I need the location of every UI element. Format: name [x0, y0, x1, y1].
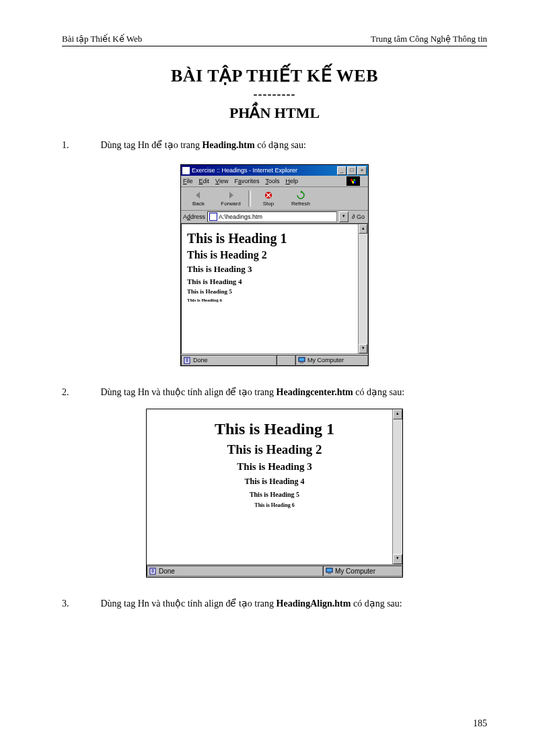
vertical-scrollbar[interactable]: ▴ ▾	[358, 224, 367, 353]
scroll-down-icon[interactable]: ▾	[393, 554, 402, 564]
heading-5: This is Heading 5	[187, 288, 362, 295]
heading-6: This is Heading 6	[152, 502, 397, 508]
maximize-button[interactable]: □	[347, 166, 357, 175]
ie-content-area: This is Heading 1 This is Heading 2 This…	[181, 224, 368, 354]
scroll-up-icon[interactable]: ▴	[393, 409, 402, 419]
page-number: 185	[473, 718, 487, 729]
scroll-up-icon[interactable]: ▴	[359, 224, 367, 234]
menu-favorites[interactable]: Favorites	[234, 178, 259, 184]
go-button[interactable]: ∂ Go	[351, 213, 366, 220]
toolbar-separator	[248, 191, 251, 207]
heading-4: This is Heading 4	[152, 477, 397, 487]
menu-edit[interactable]: Edit	[199, 178, 210, 184]
address-field[interactable]: A:\headings.htm	[207, 211, 337, 222]
heading-4: This is Heading 4	[187, 277, 362, 285]
exercise-text-prefix: Dùng tag Hn để tạo trang	[101, 140, 203, 150]
exercise-filename: Heading.htm	[202, 140, 254, 150]
address-dropdown-icon[interactable]: ▾	[339, 211, 349, 222]
svg-rect-6	[326, 568, 332, 572]
exercise-number: 2.	[82, 385, 98, 399]
heading-1: This is Heading 1	[187, 231, 362, 246]
exercise-text-suffix: có dạng sau:	[255, 140, 306, 150]
menu-file[interactable]: File	[183, 178, 193, 184]
exercise-3: 3. Dùng tag Hn và thuộc tính align để tạ…	[62, 596, 487, 611]
ie-menubar: File Edit View Favorites Tools Help	[181, 176, 368, 187]
header-right: Trung tâm Công Nghệ Thông tin	[371, 34, 487, 44]
status-zone-text: My Computer	[307, 357, 344, 364]
exercise-text-suffix: có dạng sau:	[353, 387, 404, 397]
ie-statusbar: Done My Computer	[181, 354, 368, 366]
ie-window-title: Exercise :: Headings - Internet Explorer	[192, 167, 337, 174]
ie-toolbar: Back Forward Stop Refresh	[181, 187, 368, 211]
header-left: Bài tập Thiết Kế Web	[62, 34, 142, 44]
svg-rect-4	[300, 362, 303, 364]
exercise-text-prefix: Dùng tag Hn và thuộc tính align để tạo t…	[101, 598, 277, 609]
status-zone-text: My Computer	[335, 568, 375, 575]
menu-help[interactable]: Help	[285, 178, 298, 184]
svg-rect-3	[299, 357, 305, 362]
done-icon	[149, 568, 157, 575]
svg-rect-7	[328, 573, 331, 574]
refresh-button[interactable]: Refresh	[285, 191, 317, 207]
stop-button[interactable]: Stop	[252, 191, 285, 207]
heading-3: This is Heading 3	[187, 264, 362, 275]
menu-view[interactable]: View	[215, 178, 228, 184]
scroll-down-icon[interactable]: ▾	[359, 344, 367, 353]
ie-address-bar: Address A:\headings.htm ▾ ∂ Go	[181, 211, 368, 224]
heading-5: This is Heading 5	[152, 491, 397, 498]
status-empty-cell	[277, 355, 295, 366]
snippet-content-area: This is Heading 1 This is Heading 2 This…	[147, 409, 402, 564]
ie-titlebar: Exercise :: Headings - Internet Explorer…	[181, 165, 368, 176]
close-button[interactable]: ×	[357, 166, 367, 175]
heading-2: This is Heading 2	[152, 442, 397, 457]
exercise-number: 1.	[82, 138, 98, 152]
exercise-text-prefix: Dùng tag Hn và thuộc tính align để tạo t…	[101, 387, 277, 397]
ie-window-screenshot: Exercise :: Headings - Internet Explorer…	[180, 164, 369, 366]
browser-snippet-screenshot: This is Heading 1 This is Heading 2 This…	[146, 409, 403, 578]
ie-app-icon	[182, 167, 190, 174]
exercise-filename: HeadingAlign.htm	[277, 598, 351, 609]
status-done-text: Done	[159, 568, 175, 575]
exercise-1: 1. Dùng tag Hn để tạo trang Heading.htm …	[62, 138, 487, 152]
exercise-2: 2. Dùng tag Hn và thuộc tính align để tạ…	[62, 385, 487, 399]
ie-throbber-icon	[346, 176, 360, 186]
address-label: Address	[183, 213, 205, 220]
sub-title: PHẦN HTML	[62, 104, 487, 122]
exercise-number: 3.	[82, 596, 98, 611]
page-header: Bài tập Thiết Kế Web Trung tâm Công Nghệ…	[62, 34, 487, 46]
done-icon	[184, 357, 191, 364]
status-done-text: Done	[193, 357, 208, 364]
vertical-scrollbar[interactable]: ▴ ▾	[392, 409, 402, 564]
page-icon	[209, 213, 217, 221]
my-computer-icon	[326, 568, 333, 575]
heading-3: This is Heading 3	[152, 461, 397, 473]
exercise-text-suffix: có dạng sau:	[351, 598, 402, 609]
minimize-button[interactable]: _	[337, 166, 346, 175]
exercise-filename: Headingcenter.htm	[277, 387, 353, 397]
back-button[interactable]: Back	[182, 191, 215, 207]
heading-2: This is Heading 2	[187, 249, 362, 261]
address-value: A:\headings.htm	[219, 213, 262, 220]
heading-1: This is Heading 1	[152, 420, 397, 438]
title-separator: ---------	[62, 88, 487, 102]
snippet-statusbar: Done My Computer	[147, 564, 402, 577]
menu-tools[interactable]: Tools	[265, 178, 279, 184]
my-computer-icon	[298, 357, 305, 364]
heading-6: This is Heading 6	[187, 298, 362, 303]
main-title: BÀI TẬP THIẾT KẾ WEB	[62, 65, 487, 86]
forward-button[interactable]: Forward	[215, 191, 247, 207]
